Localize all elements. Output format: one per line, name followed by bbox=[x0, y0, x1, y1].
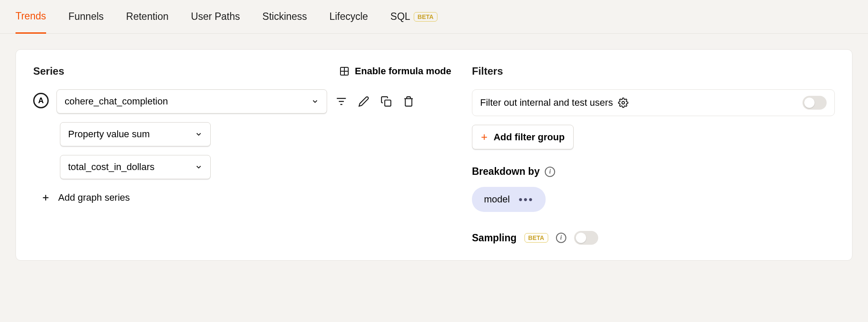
tab-sql[interactable]: SQL BETA bbox=[390, 0, 437, 34]
svg-rect-6 bbox=[385, 100, 391, 106]
tab-lifecycle[interactable]: Lifecycle bbox=[329, 0, 368, 34]
rename-button[interactable] bbox=[356, 93, 372, 110]
plus-icon bbox=[41, 193, 50, 202]
filter-icon bbox=[335, 95, 347, 107]
content-panel: Series Enable formula mode A cohere_chat… bbox=[16, 49, 852, 261]
gear-icon[interactable] bbox=[618, 98, 628, 108]
tabs-nav: Trends Funnels Retention User Paths Stic… bbox=[0, 0, 868, 34]
enable-formula-mode[interactable]: Enable formula mode bbox=[339, 66, 451, 77]
delete-button[interactable] bbox=[400, 93, 417, 110]
tab-funnels[interactable]: Funnels bbox=[69, 0, 104, 34]
series-item-a: A cohere_chat_completion bbox=[33, 89, 451, 114]
sampling-toggle[interactable] bbox=[574, 231, 598, 245]
beta-badge: BETA bbox=[414, 12, 437, 22]
internal-filter-label: Filter out internal and test users bbox=[480, 97, 613, 108]
svg-point-9 bbox=[622, 101, 624, 104]
trash-icon bbox=[403, 96, 414, 107]
filter-icon-button[interactable] bbox=[333, 93, 350, 110]
sampling-title: Sampling bbox=[472, 232, 517, 244]
tab-trends[interactable]: Trends bbox=[16, 0, 46, 34]
copy-icon bbox=[381, 96, 392, 107]
chevron-down-icon bbox=[195, 163, 203, 171]
add-filter-group[interactable]: + Add filter group bbox=[472, 125, 574, 149]
internal-users-filter: Filter out internal and test users bbox=[472, 89, 835, 116]
filters-title: Filters bbox=[472, 65, 835, 77]
beta-badge: BETA bbox=[525, 233, 548, 243]
series-title: Series bbox=[33, 65, 64, 77]
tab-user-paths[interactable]: User Paths bbox=[191, 0, 240, 34]
internal-filter-toggle[interactable] bbox=[802, 96, 827, 110]
breakdown-title: Breakdown by bbox=[472, 166, 540, 177]
duplicate-button[interactable] bbox=[378, 93, 394, 110]
chevron-down-icon bbox=[311, 98, 319, 105]
tab-retention[interactable]: Retention bbox=[126, 0, 169, 34]
plus-icon: + bbox=[481, 130, 487, 144]
more-icon[interactable]: ●●● bbox=[518, 196, 534, 203]
add-graph-series[interactable]: Add graph series bbox=[41, 192, 451, 203]
breakdown-pill-model[interactable]: model ●●● bbox=[472, 187, 546, 212]
tab-stickiness[interactable]: Stickiness bbox=[262, 0, 307, 34]
pencil-icon bbox=[358, 96, 369, 107]
event-selector[interactable]: cohere_chat_completion bbox=[56, 89, 327, 114]
info-icon[interactable]: i bbox=[545, 167, 555, 177]
aggregation-selector[interactable]: Property value sum bbox=[60, 122, 211, 146]
formula-icon bbox=[339, 66, 350, 76]
info-icon[interactable]: i bbox=[556, 233, 566, 243]
property-selector[interactable]: total_cost_in_dollars bbox=[60, 155, 211, 179]
chevron-down-icon bbox=[195, 130, 203, 138]
series-letter-badge: A bbox=[33, 93, 49, 108]
